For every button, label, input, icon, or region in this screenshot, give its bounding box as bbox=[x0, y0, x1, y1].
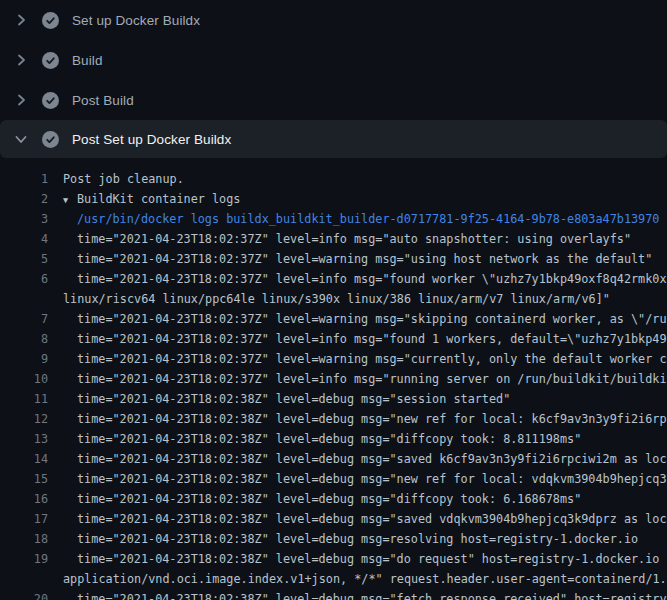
log-lines: 1 ▼Post job cleanup. 2 ▼BuildKit contain… bbox=[0, 158, 667, 600]
log-line-text: ▼time="2021-04-23T18:02:37Z" level=info … bbox=[48, 269, 667, 289]
log-line-number[interactable]: 10 bbox=[0, 369, 48, 389]
log-row: 17 ▼time="2021-04-23T18:02:38Z" level=de… bbox=[0, 509, 667, 529]
log-line-text: ▼time="2021-04-23T18:02:37Z" level=warni… bbox=[48, 349, 667, 369]
log-row: 5 ▼time="2021-04-23T18:02:37Z" level=war… bbox=[0, 249, 667, 269]
log-row: 16 ▼time="2021-04-23T18:02:38Z" level=de… bbox=[0, 489, 667, 509]
log-line-number[interactable] bbox=[0, 289, 48, 309]
log-line-text: ▼time="2021-04-23T18:02:38Z" level=debug… bbox=[48, 489, 667, 509]
log-line-content: time="2021-04-23T18:02:38Z" level=debug … bbox=[77, 492, 581, 506]
chevron-icon bbox=[13, 12, 29, 28]
step-header-post-set-up-docker-buildx[interactable]: Post Set up Docker Buildx bbox=[0, 120, 667, 158]
log-line-content: time="2021-04-23T18:02:38Z" level=debug … bbox=[77, 532, 638, 546]
log-line-content: time="2021-04-23T18:02:37Z" level=warnin… bbox=[77, 352, 667, 366]
step-label: Post Set up Docker Buildx bbox=[72, 132, 231, 147]
chevron-right-icon bbox=[13, 92, 29, 108]
log-line-text: ▼time="2021-04-23T18:02:38Z" level=debug… bbox=[48, 429, 667, 449]
log-line-content: time="2021-04-23T18:02:37Z" level=info m… bbox=[77, 332, 667, 346]
step-label: Set up Docker Buildx bbox=[72, 13, 200, 28]
chevron-down-icon bbox=[13, 131, 29, 147]
log-line-number[interactable]: 7 bbox=[0, 309, 48, 329]
log-row: ▼linux/riscv64 linux/ppc64le linux/s390x… bbox=[0, 289, 667, 309]
chevron-right-icon bbox=[13, 12, 29, 28]
check-circle-icon bbox=[42, 92, 59, 109]
chevron-icon bbox=[13, 92, 29, 108]
log-line-content: time="2021-04-23T18:02:38Z" level=debug … bbox=[77, 432, 581, 446]
log-line-number[interactable]: 8 bbox=[0, 329, 48, 349]
log-line-content: time="2021-04-23T18:02:37Z" level=warnin… bbox=[77, 312, 667, 326]
chevron-icon bbox=[13, 131, 29, 147]
log-line-number[interactable]: 5 bbox=[0, 249, 48, 269]
log-line-number[interactable]: 4 bbox=[0, 229, 48, 249]
log-line-number[interactable]: 13 bbox=[0, 429, 48, 449]
log-line-text: ▼time="2021-04-23T18:02:37Z" level=info … bbox=[48, 329, 667, 349]
step-header-set-up-docker-buildx[interactable]: Set up Docker Buildx bbox=[0, 0, 667, 40]
check-circle-icon bbox=[42, 52, 59, 69]
log-line-content: time="2021-04-23T18:02:37Z" level=warnin… bbox=[77, 252, 652, 266]
log-line-text: ▼time="2021-04-23T18:02:38Z" level=debug… bbox=[48, 589, 667, 600]
log-line-text: ▼time="2021-04-23T18:02:38Z" level=debug… bbox=[48, 409, 667, 429]
log-line-text: ▼time="2021-04-23T18:02:38Z" level=debug… bbox=[48, 469, 667, 489]
log-row: 20 ▼time="2021-04-23T18:02:38Z" level=de… bbox=[0, 589, 667, 600]
log-line-text: ▼time="2021-04-23T18:02:38Z" level=debug… bbox=[48, 509, 667, 529]
log-row: 18 ▼time="2021-04-23T18:02:38Z" level=de… bbox=[0, 529, 667, 549]
step-header-post-build[interactable]: Post Build bbox=[0, 80, 667, 120]
chevron-right-icon bbox=[13, 52, 29, 68]
log-line-number[interactable] bbox=[0, 569, 48, 589]
log-line-number[interactable]: 20 bbox=[0, 589, 48, 600]
log-row: 7 ▼time="2021-04-23T18:02:37Z" level=war… bbox=[0, 309, 667, 329]
log-line-text: ▼time="2021-04-23T18:02:38Z" level=debug… bbox=[48, 449, 667, 469]
log-line-content: linux/riscv64 linux/ppc64le linux/s390x … bbox=[63, 292, 610, 306]
log-line-text: ▼time="2021-04-23T18:02:37Z" level=info … bbox=[48, 369, 667, 389]
log-line-content: time="2021-04-23T18:02:37Z" level=info m… bbox=[77, 232, 631, 246]
log-line-number[interactable]: 18 bbox=[0, 529, 48, 549]
log-line-number[interactable]: 2 bbox=[0, 189, 48, 209]
log-line-content: time="2021-04-23T18:02:38Z" level=debug … bbox=[77, 412, 667, 426]
log-row: 6 ▼time="2021-04-23T18:02:37Z" level=inf… bbox=[0, 269, 667, 289]
log-line-text: ▼Post job cleanup. bbox=[48, 169, 667, 189]
step-label: Build bbox=[72, 53, 103, 68]
log-row: 13 ▼time="2021-04-23T18:02:38Z" level=de… bbox=[0, 429, 667, 449]
log-row: ▼application/vnd.oci.image.index.v1+json… bbox=[0, 569, 667, 589]
log-line-number[interactable]: 19 bbox=[0, 549, 48, 569]
log-line-text: ▼time="2021-04-23T18:02:38Z" level=debug… bbox=[48, 549, 667, 569]
log-line-number[interactable]: 1 bbox=[0, 169, 48, 189]
log-row: 1 ▼Post job cleanup. bbox=[0, 169, 667, 189]
log-line-content: time="2021-04-23T18:02:37Z" level=info m… bbox=[77, 372, 667, 386]
check-circle-icon bbox=[42, 131, 59, 148]
log-line-text: ▼time="2021-04-23T18:02:37Z" level=info … bbox=[48, 229, 667, 249]
log-line-number[interactable]: 16 bbox=[0, 489, 48, 509]
log-line-content: application/vnd.oci.image.index.v1+json,… bbox=[63, 572, 667, 586]
log-line-content: Post job cleanup. bbox=[63, 172, 184, 186]
log-line-number[interactable]: 14 bbox=[0, 449, 48, 469]
log-line-text: ▼linux/riscv64 linux/ppc64le linux/s390x… bbox=[48, 289, 667, 309]
step-label: Post Build bbox=[72, 93, 134, 108]
log-line-text: ▼time="2021-04-23T18:02:38Z" level=debug… bbox=[48, 389, 667, 409]
log-line-number[interactable]: 6 bbox=[0, 269, 48, 289]
log-line-content: time="2021-04-23T18:02:38Z" level=debug … bbox=[77, 392, 510, 406]
log-line-content: time="2021-04-23T18:02:38Z" level=debug … bbox=[77, 552, 667, 566]
log-line-content: time="2021-04-23T18:02:38Z" level=debug … bbox=[77, 592, 667, 600]
log-line-text: ▼time="2021-04-23T18:02:37Z" level=warni… bbox=[48, 249, 667, 269]
log-line-text: ▼BuildKit container logs bbox=[48, 189, 667, 209]
log-row: 15 ▼time="2021-04-23T18:02:38Z" level=de… bbox=[0, 469, 667, 489]
log-line-content: time="2021-04-23T18:02:38Z" level=debug … bbox=[77, 512, 667, 526]
step-header-build[interactable]: Build bbox=[0, 40, 667, 80]
log-row: 2 ▼BuildKit container logs bbox=[0, 189, 667, 209]
log-row: 11 ▼time="2021-04-23T18:02:38Z" level=de… bbox=[0, 389, 667, 409]
log-line-number[interactable]: 15 bbox=[0, 469, 48, 489]
log-row: 14 ▼time="2021-04-23T18:02:38Z" level=de… bbox=[0, 449, 667, 469]
log-line-content: BuildKit container logs bbox=[77, 192, 240, 206]
log-row: 19 ▼time="2021-04-23T18:02:38Z" level=de… bbox=[0, 549, 667, 569]
log-line-number[interactable]: 12 bbox=[0, 409, 48, 429]
log-line-number[interactable]: 9 bbox=[0, 349, 48, 369]
log-row: 4 ▼time="2021-04-23T18:02:37Z" level=inf… bbox=[0, 229, 667, 249]
log-line-number[interactable]: 17 bbox=[0, 509, 48, 529]
log-row: 8 ▼time="2021-04-23T18:02:37Z" level=inf… bbox=[0, 329, 667, 349]
log-line-content: time="2021-04-23T18:02:38Z" level=debug … bbox=[77, 472, 667, 486]
log-line-text: ▼time="2021-04-23T18:02:37Z" level=warni… bbox=[48, 309, 667, 329]
log-line-content: /usr/bin/docker logs buildx_buildkit_bui… bbox=[77, 212, 659, 226]
log-row: 9 ▼time="2021-04-23T18:02:37Z" level=war… bbox=[0, 349, 667, 369]
log-line-number[interactable]: 3 bbox=[0, 209, 48, 229]
log-line-number[interactable]: 11 bbox=[0, 389, 48, 409]
collapse-triangle-icon[interactable]: ▼ bbox=[63, 190, 77, 209]
